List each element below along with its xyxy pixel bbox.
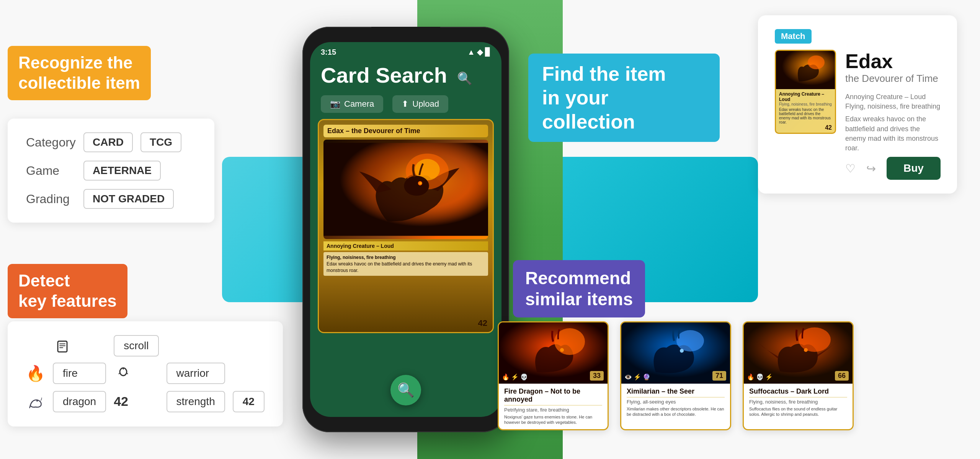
sim-card-3-name: Suffocactus – Dark Lord bbox=[749, 387, 847, 397]
match-card-detail-text: Flying, noisiness, fire breathing bbox=[779, 102, 832, 106]
match-card-desc: Edax wreaks havoc on the battlefield and… bbox=[779, 107, 832, 124]
grading-label: Grading bbox=[26, 192, 76, 206]
similar-card-1: 🔥⚡💀 33 Fire Dragon – Not to be annoyed P… bbox=[498, 321, 609, 430]
similar-card-2: 👁️⚡🔮 71 Ximilarian – the Seer Flying, al… bbox=[620, 321, 731, 430]
sim-card-3-image: 🔥💀⚡ 66 bbox=[744, 322, 853, 384]
scroll-icon bbox=[53, 338, 72, 353]
phone-search-button[interactable]: 🔍 bbox=[390, 375, 421, 405]
status-bar: 3:15 ▲ ◆ ▊ bbox=[310, 42, 501, 57]
warrior-icon bbox=[114, 366, 133, 381]
search-icon: 🔍 bbox=[457, 72, 472, 85]
recommend-line1: Recommend bbox=[525, 268, 631, 288]
strength-number: 42 bbox=[114, 390, 158, 413]
match-card-desc: Edax wreaks havoc on the battlefield and… bbox=[845, 114, 941, 153]
match-card-detail-name: Annoying Creature – Loud bbox=[779, 91, 832, 102]
match-card-image bbox=[776, 51, 835, 89]
recognize-line2: collectible item bbox=[18, 73, 140, 92]
match-card-details: Annoying Creature – Loud Flying, noisine… bbox=[776, 89, 835, 133]
sim-card-1-desc: Noxignus' gaze turns enemies to stone. H… bbox=[504, 414, 602, 425]
category-row: Category CARD TCG bbox=[26, 132, 196, 152]
phone-notch bbox=[371, 27, 440, 41]
sim-card-3-body: Suffocactus – Dark Lord Flying, noisines… bbox=[744, 384, 853, 421]
svg-rect-2 bbox=[59, 345, 65, 346]
sim-card-1-icons: 🔥⚡💀 bbox=[502, 373, 528, 381]
tag-warrior: warrior bbox=[167, 363, 225, 384]
dragon-icon bbox=[26, 393, 45, 410]
favorite-icon[interactable]: ♡ bbox=[845, 162, 856, 175]
find-badge: Find the item in your collection bbox=[528, 54, 720, 142]
status-time: 3:15 bbox=[321, 48, 336, 57]
phone-container: 3:15 ▲ ◆ ▊ Card Search 🔍 📷 Camera ⬆ Uplo… bbox=[291, 15, 521, 444]
match-card-inner: Annoying Creature – Loud Flying, noisine… bbox=[776, 51, 835, 133]
svg-rect-3 bbox=[59, 347, 63, 348]
sim-card-2-body: Ximilarian – the Seer Flying, all-seeing… bbox=[621, 384, 730, 421]
camera-button[interactable]: 📷 Camera bbox=[321, 95, 383, 113]
match-card-power-num: 42 bbox=[779, 124, 832, 131]
features-grid: scroll 🔥 fire warrior dragon bbox=[26, 335, 265, 413]
svg-point-13 bbox=[404, 176, 429, 195]
sim-card-1-type: Petrifying stare, fire breathing bbox=[504, 407, 602, 413]
tag-game: AETERNAE bbox=[83, 161, 161, 181]
phone-actions: 📷 Camera ⬆ Upload bbox=[310, 91, 501, 119]
sim-card-1-power: 33 bbox=[590, 371, 604, 381]
svg-point-20 bbox=[560, 348, 564, 352]
category-panel: Category CARD TCG Game AETERNAE Grading … bbox=[8, 119, 214, 223]
tag-scroll: scroll bbox=[114, 335, 158, 356]
phone-card-image bbox=[323, 140, 488, 239]
recommend-line2: similar items bbox=[525, 289, 633, 309]
phone-app-title: Card Search 🔍 bbox=[321, 63, 491, 88]
phone-card-name: Edax – the Devourer of Time bbox=[323, 125, 488, 137]
sim-card-3-power: 66 bbox=[835, 371, 849, 381]
recommend-badge: Recommend similar items bbox=[513, 260, 645, 317]
buy-button[interactable]: Buy bbox=[887, 157, 941, 180]
sim-card-1-name: Fire Dragon – Not to be annoyed bbox=[504, 387, 602, 405]
tag-fire: fire bbox=[53, 363, 106, 384]
status-icons: ▲ ◆ ▊ bbox=[467, 47, 491, 57]
detect-line2: key features bbox=[18, 291, 117, 310]
tag-dragon: dragon bbox=[53, 391, 106, 412]
sim-card-2-icons: 👁️⚡🔮 bbox=[624, 373, 650, 381]
match-card-dragon bbox=[776, 51, 835, 89]
grading-row: Grading NOT GRADED bbox=[26, 189, 196, 209]
upload-button[interactable]: ⬆ Upload bbox=[392, 95, 448, 113]
camera-label: Camera bbox=[344, 99, 374, 109]
svg-point-9 bbox=[36, 400, 38, 402]
sim-card-2-type: Flying, all-seeing eyes bbox=[627, 399, 725, 405]
match-card-subtitle: the Devourer of Time bbox=[845, 73, 941, 85]
sim-card-2-desc: Ximilarian makes other descriptors obsol… bbox=[627, 406, 725, 417]
sim-card-3-desc: Suffocactus flies on the sound of endles… bbox=[749, 406, 847, 417]
svg-point-23 bbox=[680, 349, 684, 353]
dragon-illustration bbox=[323, 140, 488, 239]
match-card-keywords: Flying, noisiness, fire breathing bbox=[845, 102, 941, 111]
svg-point-17 bbox=[808, 55, 825, 69]
similar-card-3: 🔥💀⚡ 66 Suffocactus – Dark Lord Flying, n… bbox=[743, 321, 854, 430]
svg-rect-1 bbox=[59, 343, 65, 344]
svg-point-22 bbox=[676, 330, 704, 352]
fire-icon: 🔥 bbox=[26, 365, 45, 382]
phone-card-keywords: Flying, noisiness, fire breathing Edax w… bbox=[323, 252, 488, 276]
match-badge: Match bbox=[775, 29, 812, 44]
upload-icon: ⬆ bbox=[402, 99, 408, 109]
match-card-preview: Annoying Creature – Loud Flying, noisine… bbox=[775, 50, 836, 134]
sim-card-3-type: Flying, noisiness, fire breathing bbox=[749, 399, 847, 405]
strength-value: 42 bbox=[233, 391, 265, 412]
category-label: Category bbox=[26, 135, 76, 150]
svg-point-26 bbox=[804, 348, 808, 352]
game-row: Game AETERNAE bbox=[26, 161, 196, 181]
svg-point-15 bbox=[420, 182, 422, 184]
search-button-icon: 🔍 bbox=[397, 382, 415, 398]
sim-card-2-power: 71 bbox=[712, 371, 726, 381]
share-icon[interactable]: ↪ bbox=[866, 162, 876, 175]
sim-card-3-icons: 🔥💀⚡ bbox=[747, 373, 773, 381]
game-label: Game bbox=[26, 164, 76, 178]
sim-card-2-image: 👁️⚡🔮 71 bbox=[621, 322, 730, 384]
svg-rect-0 bbox=[58, 341, 67, 352]
phone-card-display: Edax – the Devourer of Time bbox=[318, 119, 494, 333]
features-panel: scroll 🔥 fire warrior dragon bbox=[8, 321, 283, 426]
sim-card-1-body: Fire Dragon – Not to be annoyed Petrifyi… bbox=[499, 384, 608, 429]
tag-tcg: TCG bbox=[140, 132, 181, 152]
sim-card-1-image: 🔥⚡💀 33 bbox=[499, 322, 608, 384]
match-text-area: Edax the Devourer of Time Annoying Creat… bbox=[845, 50, 941, 180]
upload-label: Upload bbox=[412, 99, 439, 109]
tag-grading: NOT GRADED bbox=[83, 189, 174, 209]
